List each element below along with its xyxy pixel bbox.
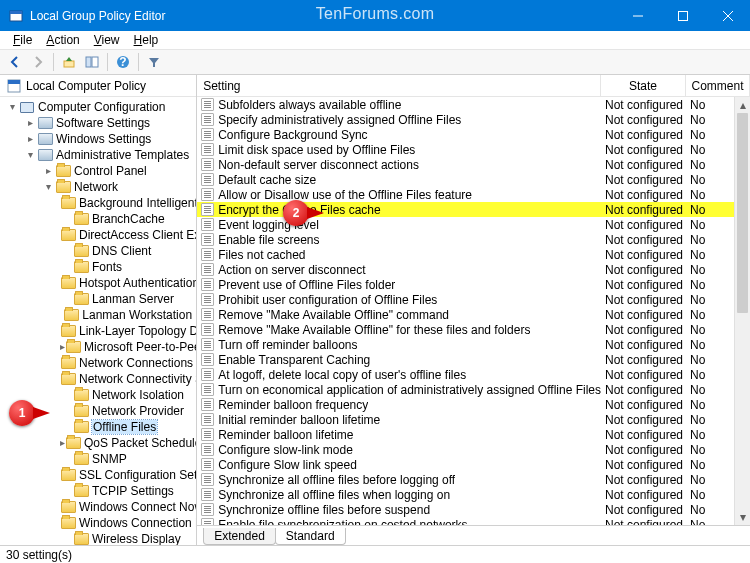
policy-row[interactable]: Action on server disconnectNot configure…: [197, 262, 750, 277]
settings-folder-icon: [37, 131, 53, 147]
policy-row[interactable]: At logoff, delete local copy of user's o…: [197, 367, 750, 382]
tree-item[interactable]: BranchCache: [0, 211, 196, 227]
policy-row[interactable]: Turn off reminder balloonsNot configured…: [197, 337, 750, 352]
policy-row[interactable]: Enable Transparent CachingNot configured…: [197, 352, 750, 367]
expand-icon[interactable]: ▾: [42, 182, 54, 192]
tree-item[interactable]: SSL Configuration Settings: [0, 467, 196, 483]
expand-icon[interactable]: ▾: [6, 102, 18, 112]
show-hide-tree-button[interactable]: [81, 51, 103, 73]
menu-view[interactable]: View: [87, 33, 127, 47]
policy-row[interactable]: Remove "Make Available Offline" commandN…: [197, 307, 750, 322]
tree-item[interactable]: ▸Windows Settings: [0, 131, 196, 147]
policy-name: Specify administratively assigned Offlin…: [218, 113, 461, 127]
tab-standard[interactable]: Standard: [275, 528, 346, 545]
col-comment[interactable]: Comment: [686, 75, 750, 96]
policy-row[interactable]: Remove "Make Available Offline" for thes…: [197, 322, 750, 337]
policy-row[interactable]: Configure Background SyncNot configuredN…: [197, 127, 750, 142]
maximize-button[interactable]: [660, 0, 705, 31]
tree-item[interactable]: Lanman Workstation: [0, 307, 196, 323]
list-scrollbar[interactable]: ▴ ▾: [734, 97, 750, 525]
tree-item[interactable]: SNMP: [0, 451, 196, 467]
tree-item[interactable]: ▾Administrative Templates: [0, 147, 196, 163]
col-setting[interactable]: Setting: [197, 75, 601, 96]
tree-item[interactable]: Network Connectivity Status Indicator: [0, 371, 196, 387]
policy-row[interactable]: Subfolders always available offlineNot c…: [197, 97, 750, 112]
svg-rect-6: [64, 61, 74, 67]
up-level-button[interactable]: [58, 51, 80, 73]
close-button[interactable]: [705, 0, 750, 31]
tree-item[interactable]: DirectAccess Client Experience Settings: [0, 227, 196, 243]
tree-item[interactable]: DNS Client: [0, 243, 196, 259]
policy-name: Default cache size: [218, 173, 316, 187]
policy-row[interactable]: Encrypt the Offline Files cacheNot confi…: [197, 202, 750, 217]
menu-action[interactable]: Action: [39, 33, 86, 47]
policy-row[interactable]: Specify administratively assigned Offlin…: [197, 112, 750, 127]
policy-row[interactable]: Initial reminder balloon lifetimeNot con…: [197, 412, 750, 427]
policy-state: Not configured: [601, 413, 686, 427]
nav-forward-button[interactable]: [27, 51, 49, 73]
expand-icon[interactable]: ▸: [42, 166, 54, 176]
tree-item[interactable]: Fonts: [0, 259, 196, 275]
filter-button[interactable]: [143, 51, 165, 73]
col-state[interactable]: State: [601, 75, 686, 96]
tree-item[interactable]: Windows Connect Now: [0, 499, 196, 515]
menu-file[interactable]: File: [6, 33, 39, 47]
policy-row[interactable]: Reminder balloon lifetimeNot configuredN…: [197, 427, 750, 442]
policy-row[interactable]: Allow or Disallow use of the Offline Fil…: [197, 187, 750, 202]
policy-row[interactable]: Non-default server disconnect actionsNot…: [197, 157, 750, 172]
tab-extended[interactable]: Extended: [203, 528, 276, 545]
policy-row[interactable]: Enable file synchronization on costed ne…: [197, 517, 750, 525]
expand-icon[interactable]: ▾: [24, 150, 36, 160]
policy-row[interactable]: Default cache sizeNot configuredNo: [197, 172, 750, 187]
policy-row[interactable]: Limit disk space used by Offline FilesNo…: [197, 142, 750, 157]
policy-row[interactable]: Prevent use of Offline Files folderNot c…: [197, 277, 750, 292]
policy-row[interactable]: Turn on economical application of admini…: [197, 382, 750, 397]
scroll-up-icon[interactable]: ▴: [735, 97, 750, 113]
tree-item[interactable]: ▾Computer Configuration: [0, 99, 196, 115]
expand-icon[interactable]: ▸: [24, 118, 36, 128]
policy-state: Not configured: [601, 503, 686, 517]
tree-item[interactable]: Lanman Server: [0, 291, 196, 307]
tree-header[interactable]: Local Computer Policy: [0, 75, 196, 97]
expand-icon[interactable]: ▸: [60, 342, 65, 352]
list-body[interactable]: Subfolders always available offlineNot c…: [197, 97, 750, 525]
tree-item[interactable]: ▸QoS Packet Scheduler: [0, 435, 196, 451]
tree-item[interactable]: Link-Layer Topology Discovery: [0, 323, 196, 339]
policy-row[interactable]: Synchronize all offline files before log…: [197, 472, 750, 487]
tree-body[interactable]: ▾Computer Configuration▸Software Setting…: [0, 97, 196, 545]
policy-row[interactable]: Prohibit user configuration of Offline F…: [197, 292, 750, 307]
policy-state: Not configured: [601, 113, 686, 127]
scroll-down-icon[interactable]: ▾: [735, 509, 750, 525]
policy-row[interactable]: Event logging levelNot configuredNo: [197, 217, 750, 232]
folder-icon: [73, 483, 89, 499]
policy-row[interactable]: Configure slow-link modeNot configuredNo: [197, 442, 750, 457]
tree-item[interactable]: Network Isolation: [0, 387, 196, 403]
tree-item[interactable]: ▸Microsoft Peer-to-Peer Networking Servi…: [0, 339, 196, 355]
policy-row[interactable]: Files not cachedNot configuredNo: [197, 247, 750, 262]
policy-row[interactable]: Synchronize all offline files when loggi…: [197, 487, 750, 502]
scroll-thumb[interactable]: [737, 113, 748, 313]
expand-icon[interactable]: ▸: [24, 134, 36, 144]
policy-row[interactable]: Enable file screensNot configuredNo: [197, 232, 750, 247]
tree-item[interactable]: ▾Network: [0, 179, 196, 195]
minimize-button[interactable]: [615, 0, 660, 31]
policy-row[interactable]: Reminder balloon frequencyNot configured…: [197, 397, 750, 412]
nav-back-button[interactable]: [4, 51, 26, 73]
tree-item[interactable]: Network Connections: [0, 355, 196, 371]
tree-item-label: Network Connections: [79, 356, 193, 370]
tree-item[interactable]: TCPIP Settings: [0, 483, 196, 499]
folder-icon: [61, 371, 76, 387]
policy-row[interactable]: Configure Slow link speedNot configuredN…: [197, 457, 750, 472]
tree-item-label: Windows Connection Manager: [79, 516, 196, 530]
policy-row[interactable]: Synchronize offline files before suspend…: [197, 502, 750, 517]
tree-item[interactable]: ▸Software Settings: [0, 115, 196, 131]
tree-item[interactable]: Hotspot Authentication: [0, 275, 196, 291]
tree-item[interactable]: Background Intelligent Transfer Service …: [0, 195, 196, 211]
tree-item[interactable]: ▸Control Panel: [0, 163, 196, 179]
tree-item[interactable]: Windows Connection Manager: [0, 515, 196, 531]
menu-help[interactable]: Help: [127, 33, 166, 47]
titlebar[interactable]: Local Group Policy Editor: [0, 0, 750, 31]
tree-item[interactable]: Wireless Display: [0, 531, 196, 545]
help-button[interactable]: ?: [112, 51, 134, 73]
expand-icon[interactable]: ▸: [60, 438, 65, 448]
